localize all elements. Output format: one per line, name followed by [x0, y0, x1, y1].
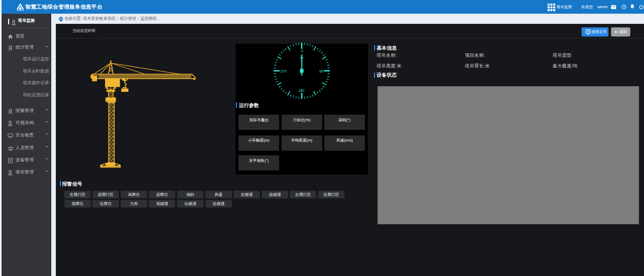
svg-text:270: 270	[281, 70, 287, 73]
svg-text:0: 0	[301, 49, 303, 53]
svg-text:90: 90	[319, 70, 323, 73]
svg-text:?: ?	[623, 5, 625, 8]
svg-text:180: 180	[298, 89, 304, 92]
